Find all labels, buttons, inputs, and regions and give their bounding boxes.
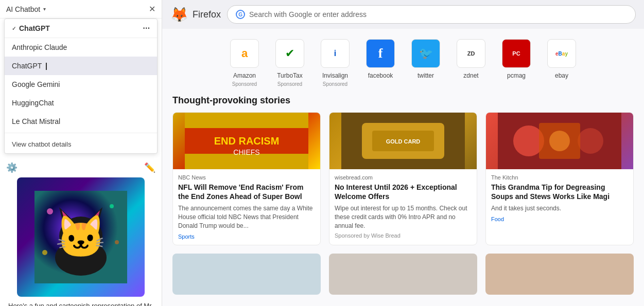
story-source-3: The Kitchn bbox=[491, 174, 628, 181]
story-headline-1: NFL Will Remove 'End Racism' From the En… bbox=[178, 183, 315, 201]
shortcut-turbotax[interactable]: ✔ TurboTax Sponsored bbox=[271, 39, 308, 87]
svg-text:GOLD CARD: GOLD CARD bbox=[386, 138, 421, 145]
amazon-sublabel: Sponsored bbox=[232, 81, 257, 87]
shortcut-facebook[interactable]: f facebook bbox=[362, 39, 399, 87]
ebay-icon: eBay bbox=[547, 39, 576, 68]
shortcut-pcmag[interactable]: PC pcmag bbox=[498, 39, 535, 87]
chatbot-option-google-gemini[interactable]: Google Gemini bbox=[5, 75, 157, 94]
amazon-icon: a bbox=[230, 39, 259, 68]
story-card-3[interactable]: The Kitchn This Grandma Tip for Degreasi… bbox=[485, 112, 634, 245]
browser-header: 🦊 Firefox G Search with Google or enter … bbox=[162, 0, 644, 29]
main-content: 🦊 Firefox G Search with Google or enter … bbox=[162, 0, 644, 306]
firefox-label: Firefox bbox=[193, 9, 221, 20]
invisalign-label: Invisalign bbox=[322, 72, 348, 79]
edit-icon[interactable]: ✏️ bbox=[144, 162, 155, 173]
story-source-2: wisebread.com bbox=[335, 174, 472, 181]
stories-grid: END RACISM CHIEFS NBC News NFL Will Remo… bbox=[172, 112, 634, 245]
stories-section: Thought-provoking stories END RACISM CHI… bbox=[162, 91, 644, 303]
svg-point-1 bbox=[55, 240, 107, 276]
svg-point-32 bbox=[578, 128, 603, 154]
turbotax-icon: ✔ bbox=[275, 39, 304, 68]
story-headline-2: No Interest Until 2026 + Exceptional Wel… bbox=[335, 183, 472, 201]
chatbot-option-anthropic-claude[interactable]: Anthropic Claude bbox=[5, 38, 157, 57]
sidebar-header-left: AI Chatbot ▾ bbox=[6, 5, 46, 13]
story-tag-3: Food bbox=[491, 216, 628, 222]
sidebar: AI Chatbot ▾ ✕ ✓ ChatGPT ⋯ Anthropic Cla… bbox=[0, 0, 162, 306]
more-stories-row bbox=[172, 254, 634, 295]
twitter-label: twitter bbox=[417, 72, 434, 79]
chatbot-dropdown-menu: ✓ ChatGPT ⋯ Anthropic Claude ChatGPT Goo… bbox=[4, 19, 158, 154]
chatbot-option-huggingchat[interactable]: HuggingChat bbox=[5, 94, 157, 112]
svg-point-19 bbox=[110, 204, 114, 208]
turbotax-sublabel: Sponsored bbox=[277, 81, 302, 87]
zdnet-label: zdnet bbox=[463, 72, 478, 79]
story-tag-1: Sports bbox=[178, 233, 315, 240]
shortcut-amazon[interactable]: a Amazon Sponsored bbox=[226, 39, 263, 87]
svg-line-16 bbox=[88, 240, 101, 242]
story-card-2[interactable]: GOLD CARD wisebread.com No Interest Unti… bbox=[329, 112, 477, 245]
invisalign-icon: i bbox=[321, 39, 350, 68]
search-bar[interactable]: G Search with Google or enter address bbox=[227, 5, 636, 24]
dropdown-divider bbox=[5, 133, 157, 133]
settings-icon[interactable]: ⚙️ bbox=[6, 162, 18, 173]
cat-description: Here's a fun and cartoonish representati… bbox=[0, 297, 162, 306]
svg-point-9 bbox=[70, 232, 75, 240]
chatbot-option-label: Google Gemini bbox=[12, 80, 60, 88]
facebook-label: facebook bbox=[368, 72, 393, 79]
sidebar-header: AI Chatbot ▾ ✕ bbox=[0, 0, 162, 19]
shortcuts-area: a Amazon Sponsored ✔ TurboTax Sponsored … bbox=[162, 29, 644, 91]
story-card-1[interactable]: END RACISM CHIEFS NBC News NFL Will Remo… bbox=[172, 112, 321, 245]
search-placeholder: Search with Google or enter address bbox=[249, 10, 367, 19]
view-chatbot-details-link[interactable]: View chatbot details bbox=[5, 135, 157, 153]
ebay-label: ebay bbox=[555, 72, 568, 79]
story-source-1: NBC News bbox=[178, 174, 315, 181]
chatbot-option-label: HuggingChat bbox=[12, 99, 54, 107]
more-options-icon[interactable]: ⋯ bbox=[143, 24, 150, 32]
chatbot-option-le-chat-mistral[interactable]: Le Chat Mistral bbox=[5, 112, 157, 131]
story-sponsor-2: Sponsored by Wise Bread bbox=[335, 232, 472, 239]
story-content-1: NBC News NFL Will Remove 'End Racism' Fr… bbox=[173, 169, 320, 245]
chatbot-option-chatgpt[interactable]: ChatGPT bbox=[5, 57, 157, 75]
chatbot-option-label: ChatGPT bbox=[12, 62, 42, 70]
firefox-icon: 🦊 bbox=[170, 6, 188, 23]
shortcut-invisalign[interactable]: i Invisalign Sponsored bbox=[317, 39, 354, 87]
chatbot-option-label: Anthropic Claude bbox=[12, 43, 67, 51]
dropdown-header: ✓ ChatGPT ⋯ bbox=[5, 19, 157, 38]
story-excerpt-3: And it takes just seconds. bbox=[491, 204, 628, 213]
svg-point-12 bbox=[90, 233, 92, 236]
turbotax-label: TurboTax bbox=[277, 72, 303, 79]
shortcut-zdnet[interactable]: ZD zdnet bbox=[452, 39, 490, 87]
svg-point-11 bbox=[73, 233, 75, 236]
shortcut-ebay[interactable]: eBay ebay bbox=[543, 39, 580, 87]
svg-text:END RACISM: END RACISM bbox=[214, 135, 280, 147]
more-story-3[interactable] bbox=[485, 254, 634, 295]
svg-point-34 bbox=[549, 131, 570, 151]
sidebar-title: AI Chatbot bbox=[6, 5, 40, 13]
chatbot-option-label: Le Chat Mistral bbox=[12, 117, 60, 125]
zdnet-icon: ZD bbox=[457, 39, 485, 68]
story-image-3 bbox=[486, 113, 633, 169]
svg-point-10 bbox=[86, 232, 92, 240]
story-image-1: END RACISM CHIEFS bbox=[173, 113, 320, 169]
shortcut-twitter[interactable]: 🐦 twitter bbox=[407, 39, 444, 87]
chevron-down-icon[interactable]: ▾ bbox=[43, 6, 46, 12]
svg-point-18 bbox=[47, 208, 53, 214]
twitter-icon: 🐦 bbox=[411, 39, 440, 68]
story-excerpt-2: Wipe out interest for up to 15 months. C… bbox=[335, 204, 472, 230]
stories-title: Thought-provoking stories bbox=[172, 95, 634, 106]
pcmag-label: pcmag bbox=[507, 72, 526, 79]
story-image-2: GOLD CARD bbox=[329, 113, 477, 169]
svg-point-2 bbox=[59, 217, 102, 256]
more-story-2[interactable] bbox=[329, 254, 477, 295]
dropdown-current-label: ChatGPT bbox=[19, 24, 50, 32]
svg-marker-13 bbox=[79, 240, 83, 242]
svg-point-7 bbox=[67, 230, 78, 242]
dropdown-header-left: ✓ ChatGPT bbox=[12, 24, 50, 32]
close-icon[interactable]: ✕ bbox=[149, 4, 155, 14]
cat-image bbox=[17, 177, 145, 297]
svg-line-14 bbox=[60, 240, 74, 242]
invisalign-sublabel: Sponsored bbox=[323, 81, 347, 87]
firefox-logo: 🦊 Firefox bbox=[170, 6, 221, 23]
more-story-1[interactable] bbox=[172, 254, 321, 295]
story-excerpt-1: The announcement comes the same day a Wh… bbox=[178, 204, 315, 230]
